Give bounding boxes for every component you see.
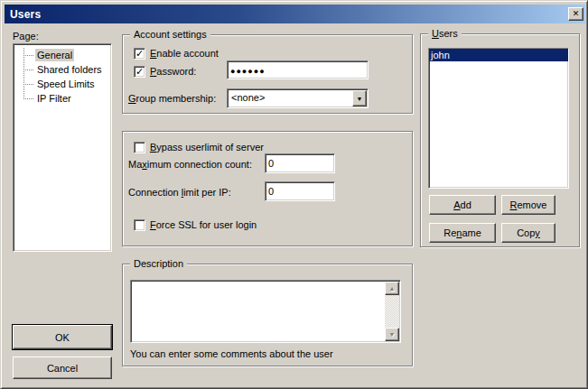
enable-account-label: Enable account xyxy=(150,48,219,59)
remove-button[interactable]: Remove xyxy=(501,195,555,215)
rename-button[interactable]: Rename xyxy=(429,223,496,243)
checkbox-box: ✓ xyxy=(134,48,145,60)
users-group-title: Users xyxy=(428,28,462,39)
account-settings-title: Account settings xyxy=(130,29,210,40)
password-input[interactable] xyxy=(227,60,369,79)
check-icon: ✓ xyxy=(135,50,144,58)
max-connection-label: Maximum connection count: xyxy=(128,159,252,170)
bypass-userlimit-label: Bypass userlimit of server xyxy=(150,142,264,153)
scroll-up-button[interactable]: ▲ xyxy=(385,282,399,295)
max-connection-input[interactable] xyxy=(265,153,335,173)
connection-limit-label: Connection limit per IP: xyxy=(128,187,231,198)
group-membership-label: Group membership: xyxy=(128,93,216,104)
checkbox-box xyxy=(134,219,145,231)
description-textarea[interactable] xyxy=(133,282,384,340)
checkbox-box xyxy=(134,142,145,153)
password-checkbox[interactable]: ✓ Password: xyxy=(134,66,196,78)
cancel-button[interactable]: Cancel xyxy=(13,357,112,379)
page-item-shared-folders[interactable]: Shared folders xyxy=(14,62,111,77)
description-scrollbar[interactable]: ▲ ▼ xyxy=(385,282,399,341)
enable-account-checkbox[interactable]: ✓ Enable account xyxy=(134,48,219,60)
description-title: Description xyxy=(130,258,187,269)
ok-button[interactable]: OK xyxy=(13,325,112,349)
users-dialog: Users ✕ Page: General Shared folders Spe… xyxy=(0,0,588,389)
check-icon: ✓ xyxy=(135,68,144,76)
add-button[interactable]: Add xyxy=(429,195,496,215)
copy-button[interactable]: Copy xyxy=(501,223,555,243)
description-hint: You can enter some comments about the us… xyxy=(130,348,333,359)
scroll-down-icon: ▼ xyxy=(389,331,396,338)
users-listbox[interactable]: john xyxy=(428,48,569,189)
combo-dropdown-button[interactable]: ▼ xyxy=(352,90,367,107)
close-button[interactable]: ✕ xyxy=(568,7,583,21)
close-icon: ✕ xyxy=(573,10,580,18)
group-membership-value: <none> xyxy=(231,92,265,103)
page-treeview[interactable]: General Shared folders Speed Limits IP F… xyxy=(13,43,112,252)
scroll-up-icon: ▲ xyxy=(389,285,396,292)
page-item-speed-limits[interactable]: Speed Limits xyxy=(14,77,111,91)
window-title: Users xyxy=(10,8,41,21)
title-bar[interactable]: Users xyxy=(5,5,585,23)
page-label: Page: xyxy=(13,31,39,42)
password-label: Password: xyxy=(150,66,196,77)
force-ssl-checkbox[interactable]: Force SSL for user login xyxy=(134,219,257,231)
scroll-down-button[interactable]: ▼ xyxy=(385,328,399,341)
bypass-userlimit-checkbox[interactable]: Bypass userlimit of server xyxy=(134,142,264,153)
force-ssl-label: Force SSL for user login xyxy=(150,219,257,230)
description-field-wrap: ▲ ▼ xyxy=(130,280,401,343)
checkbox-box: ✓ xyxy=(134,66,145,78)
page-item-ip-filter[interactable]: IP Filter xyxy=(14,91,111,106)
chevron-down-icon: ▼ xyxy=(357,96,363,102)
group-membership-select[interactable]: <none> ▼ xyxy=(227,88,369,108)
user-list-item[interactable]: john xyxy=(429,49,568,61)
connection-limit-input[interactable] xyxy=(265,181,335,201)
page-item-general[interactable]: General xyxy=(14,48,111,62)
